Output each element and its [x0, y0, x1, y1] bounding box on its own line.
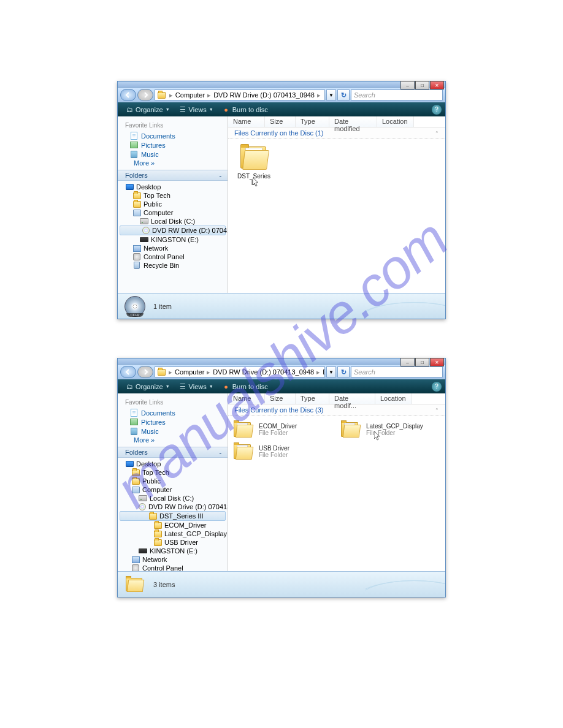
views-button[interactable]: ☰Views▼ [175, 381, 217, 392]
folder-icon [158, 91, 166, 99]
content-pane[interactable]: Name Size Type Date modified Location Fi… [228, 116, 445, 293]
address-dropdown-button[interactable]: ▼ [326, 89, 336, 100]
address-path[interactable]: ▸ Computer ▸ DVD RW Drive (D:) 070413_09… [155, 366, 325, 377]
breadcrumb-segment[interactable]: DST_Series III [321, 368, 325, 376]
favorite-more[interactable]: More » [125, 436, 223, 444]
tree-item[interactable]: KINGSTON (E:) [118, 547, 228, 555]
column-header-date[interactable]: Date modif... [329, 393, 375, 404]
collapse-icon[interactable]: ⌃ [435, 408, 439, 413]
tree-item[interactable]: Network [118, 244, 228, 252]
folder-item[interactable]: ECOM_DriverFile Folder [233, 420, 333, 439]
folder-icon [132, 200, 141, 208]
folder-item[interactable]: USB DriverFile Folder [233, 442, 333, 461]
favorite-pictures[interactable]: Pictures [125, 417, 223, 427]
tree-item[interactable]: Computer [118, 208, 228, 217]
tree-item[interactable]: ECOM_Driver [118, 521, 228, 529]
breadcrumb-segment[interactable]: DVD RW Drive (D:) 070413_0948 [212, 368, 315, 376]
tree-item[interactable]: Computer [118, 485, 228, 494]
refresh-button[interactable]: ↻ [337, 366, 350, 377]
favorite-music[interactable]: Music [125, 150, 223, 159]
close-button[interactable]: ✕ [430, 81, 444, 89]
column-header-name[interactable]: Name [228, 393, 265, 404]
tree-item[interactable]: Desktop [118, 183, 228, 191]
forward-button[interactable] [137, 366, 153, 378]
column-header-type[interactable]: Type [296, 116, 329, 127]
content-pane[interactable]: Name Size Type Date modif... Location Fi… [228, 393, 445, 571]
folders-header[interactable]: Folders⌄ [118, 447, 228, 458]
tree-item[interactable]: DST_Series III [120, 511, 226, 521]
address-path[interactable]: ▸ Computer ▸ DVD RW Drive (D:) 070413_09… [155, 89, 325, 100]
refresh-button[interactable]: ↻ [337, 89, 350, 100]
breadcrumb-segment[interactable]: Computer [174, 368, 205, 376]
tree-item[interactable]: Top Tech [118, 191, 228, 200]
navigation-pane: Favorite Links Documents Pictures Music … [118, 116, 228, 293]
folders-header[interactable]: Folders⌄ [118, 170, 228, 181]
column-header-size[interactable]: Size [265, 116, 296, 127]
minimize-button[interactable]: – [400, 81, 415, 89]
address-dropdown-button[interactable]: ▼ [326, 366, 336, 377]
tree-item[interactable]: Network [118, 555, 228, 564]
tree-item[interactable]: DVD RW Drive (D:) 070413_0948 [118, 502, 228, 511]
document-icon [130, 132, 138, 140]
favorite-documents[interactable]: Documents [125, 408, 223, 417]
tree-item[interactable]: Public [118, 200, 228, 208]
dvd-icon [139, 502, 146, 511]
folder-icon [148, 512, 157, 520]
burn-button[interactable]: ●Burn to disc [218, 104, 272, 115]
back-button[interactable] [120, 89, 136, 101]
forward-button[interactable] [137, 89, 153, 101]
folder-tree[interactable]: DesktopTop TechPublicComputerLocal Disk … [118, 181, 228, 293]
column-header-date[interactable]: Date modified [329, 116, 377, 127]
maximize-button[interactable]: □ [415, 81, 429, 89]
column-header-type[interactable]: Type [296, 393, 329, 404]
help-button[interactable]: ? [432, 105, 442, 115]
folder-tree[interactable]: DesktopTop TechPublicComputerLocal Disk … [118, 458, 228, 571]
folder-tile[interactable]: DST_Series III [234, 144, 274, 186]
address-bar: ▸ Computer ▸ DVD RW Drive (D:) 070413_09… [118, 365, 445, 379]
folder-item[interactable]: Latest_GCP_DisplayFile Folder [340, 420, 440, 439]
close-button[interactable]: ✕ [430, 358, 444, 366]
burn-button[interactable]: ●Burn to disc [218, 381, 272, 392]
search-input[interactable]: Search [351, 89, 443, 100]
column-header-size[interactable]: Size [265, 393, 296, 404]
column-header-name[interactable]: Name [228, 116, 265, 127]
tree-item[interactable]: DVD RW Drive (D:) 070413_0948 [120, 226, 226, 235]
back-button[interactable] [120, 366, 136, 378]
favorite-more[interactable]: More » [125, 159, 223, 167]
tree-item[interactable]: Latest_GCP_Display [118, 529, 228, 538]
favorite-documents[interactable]: Documents [125, 131, 223, 140]
folder-icon [153, 521, 162, 529]
tree-item[interactable]: Top Tech [118, 468, 228, 477]
dvd-icon [142, 226, 150, 235]
tree-item[interactable]: Local Disk (C:) [118, 217, 228, 226]
minimize-button[interactable]: – [400, 358, 415, 366]
tree-item[interactable]: Recycle Bin [118, 261, 228, 270]
folder-icon [239, 144, 269, 171]
tree-item[interactable]: Control Panel [118, 252, 228, 261]
favorite-music[interactable]: Music [125, 427, 223, 436]
tree-item[interactable]: Local Disk (C:) [118, 494, 228, 502]
column-header-location[interactable]: Location [375, 393, 412, 404]
tree-item[interactable]: Public [118, 477, 228, 485]
titlebar[interactable]: – □ ✕ [118, 358, 445, 365]
maximize-button[interactable]: □ [415, 358, 429, 366]
tree-item[interactable]: Desktop [118, 460, 228, 468]
search-input[interactable]: Search [351, 366, 443, 377]
tree-item[interactable]: KINGSTON (E:) [118, 235, 228, 244]
help-button[interactable]: ? [432, 382, 442, 392]
breadcrumb-segment[interactable]: DVD RW Drive (D:) 070413_0948 [212, 91, 316, 99]
disc-group-header[interactable]: Files Currently on the Disc (1)⌃ [228, 127, 445, 139]
titlebar[interactable]: – □ ✕ [118, 82, 445, 88]
breadcrumb-segment[interactable]: Computer [174, 91, 206, 99]
organize-button[interactable]: 🗂Organize▼ [121, 104, 174, 115]
views-button[interactable]: ☰Views▼ [175, 104, 217, 115]
tree-item[interactable]: Control Panel [118, 564, 228, 571]
folder-icon [153, 538, 162, 547]
column-header-location[interactable]: Location [377, 116, 414, 127]
favorite-pictures[interactable]: Pictures [125, 140, 223, 150]
comp-icon [131, 485, 140, 494]
collapse-icon[interactable]: ⌃ [435, 131, 439, 136]
organize-button[interactable]: 🗂Organize▼ [121, 381, 174, 392]
tree-item[interactable]: USB Driver [118, 538, 228, 547]
disc-group-header[interactable]: Files Currently on the Disc (3)⌃ [228, 404, 445, 416]
